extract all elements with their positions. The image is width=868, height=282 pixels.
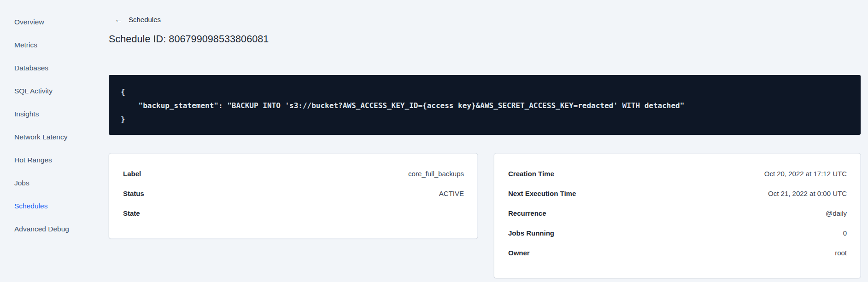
recurrence-row-label: Recurrence [508,209,546,217]
next-execution-row-label: Next Execution Time [508,190,576,197]
page-title: Schedule ID: 806799098533806081 [109,34,269,45]
back-arrow-icon: ← [115,16,123,23]
sidebar-item-schedules[interactable]: Schedules [0,195,90,218]
label-row-label: Label [123,170,141,178]
table-row: Status ACTIVE [123,184,464,203]
sidebar-item-advanced-debug[interactable]: Advanced Debug [0,218,90,241]
execution-details-card: Creation Time Oct 20, 2022 at 17:12 UTC … [494,153,861,278]
schedule-json-block: { "backup_statement": "BACKUP INTO 's3:/… [109,75,861,135]
sidebar-item-overview[interactable]: Overview [0,11,90,34]
table-row: Label core_full_backups [123,164,464,184]
sidebar-item-sql-activity[interactable]: SQL Activity [0,80,90,103]
sidebar-item-jobs[interactable]: Jobs [0,172,90,195]
creation-time-row-label: Creation Time [508,170,554,178]
label-row-value: core_full_backups [408,170,464,178]
owner-row-label: Owner [508,249,530,257]
status-row-value: ACTIVE [439,190,464,197]
sidebar-item-metrics[interactable]: Metrics [0,34,90,57]
sidebar-item-hot-ranges[interactable]: Hot Ranges [0,149,90,172]
creation-time-row-value: Oct 20, 2022 at 17:12 UTC [764,170,847,178]
back-link-label: Schedules [129,16,161,23]
jobs-running-row-label: Jobs Running [508,229,554,237]
next-execution-row-value: Oct 21, 2022 at 0:00 UTC [768,190,847,197]
table-row: Next Execution Time Oct 21, 2022 at 0:00… [508,184,847,203]
jobs-running-row-value: 0 [843,229,847,237]
table-row: Jobs Running 0 [508,223,847,243]
state-row-label: State [123,209,140,217]
detail-cards: Label core_full_backups Status ACTIVE St… [109,153,861,278]
back-link[interactable]: ← Schedules [115,16,161,23]
status-row-label: Status [123,190,144,197]
sidebar-item-network-latency[interactable]: Network Latency [0,126,90,149]
recurrence-row-value: @daily [826,209,847,217]
schedule-json-text: { "backup_statement": "BACKUP INTO 's3:/… [121,85,849,127]
table-row: Recurrence @daily [508,203,847,223]
table-row: State [123,203,464,223]
sidebar-item-insights[interactable]: Insights [0,103,90,126]
table-row: Owner root [508,243,847,263]
sidebar-nav: Overview Metrics Databases SQL Activity … [0,0,90,282]
schedule-details-card: Label core_full_backups Status ACTIVE St… [109,153,478,239]
owner-row-value: root [835,249,847,257]
sidebar-item-databases[interactable]: Databases [0,57,90,80]
table-row: Creation Time Oct 20, 2022 at 17:12 UTC [508,164,847,184]
